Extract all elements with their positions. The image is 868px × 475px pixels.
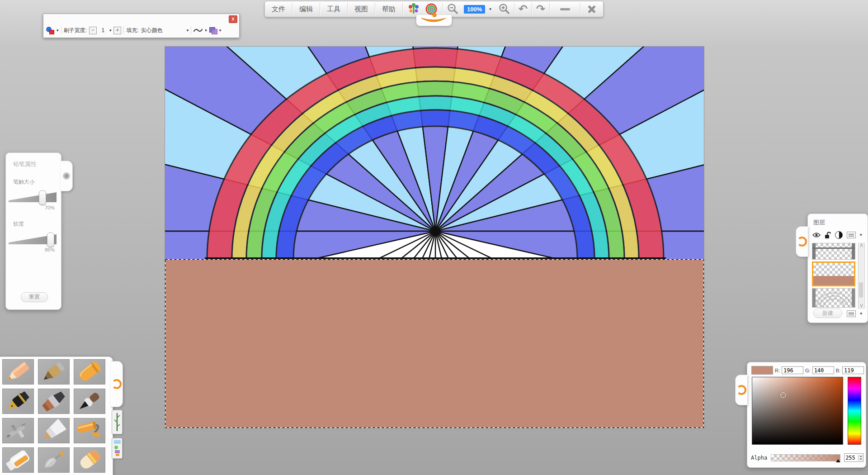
scrollbar-thumb[interactable] <box>859 282 863 298</box>
brush-size-slider[interactable] <box>9 190 58 204</box>
layer-menu-icon[interactable] <box>847 232 856 238</box>
menu-edit[interactable]: 编辑 <box>292 1 320 17</box>
menu-file[interactable]: 文件 <box>265 1 292 17</box>
brush-width-label: 刷子宽度: <box>64 27 87 34</box>
tool-pencil[interactable] <box>2 359 34 385</box>
softness-value: 86% <box>6 247 55 252</box>
arrange-shapes-icon[interactable] <box>209 27 217 34</box>
menu-view[interactable]: 视图 <box>348 1 375 17</box>
alpha-slider[interactable] <box>771 454 840 461</box>
new-layer-menu-icon[interactable] <box>847 310 856 317</box>
saturation-value-picker[interactable] <box>752 377 843 445</box>
stroke-style-caret[interactable]: ▾ <box>205 28 207 33</box>
alpha-increase-icon[interactable]: ▲ <box>859 455 863 458</box>
layer-menu-caret[interactable]: ▾ <box>860 233 862 237</box>
app-root: 文件 编辑 工具 视图 帮助 <box>0 0 868 475</box>
zoom-in-button[interactable] <box>494 1 514 17</box>
alpha-label: Alpha <box>751 455 767 461</box>
layer-opacity-icon[interactable] <box>835 231 843 239</box>
layers-panel: 图层 ▾ ᐱ ᐯ 新建 ▾ <box>807 214 868 323</box>
zoom-out-button[interactable] <box>443 1 462 17</box>
color-picker-panel: R: G: B: Alpha ▲ ▼ <box>747 362 866 468</box>
clown-left-eye-icon[interactable] <box>403 1 425 17</box>
brush-size-value: 70% <box>6 205 55 210</box>
undo-button[interactable]: ↶ <box>514 1 532 17</box>
softness-slider-thumb[interactable] <box>47 233 54 247</box>
texture-thumbnail-icon <box>114 440 121 456</box>
layer-lock-icon[interactable] <box>825 232 831 239</box>
brush-width-increase-button[interactable]: + <box>113 27 121 34</box>
layers-scrollbar[interactable]: ᐱ ᐯ <box>858 243 865 309</box>
tool-wood-pencil[interactable] <box>38 359 70 385</box>
softness-label: 软度 <box>13 220 61 228</box>
sv-picker-marker[interactable] <box>780 392 786 398</box>
g-label: G: <box>805 368 811 373</box>
zoom-level-value[interactable]: 100% <box>462 1 486 17</box>
arrange-shapes-caret[interactable]: ▾ <box>219 28 222 33</box>
pencil-properties-panel: 铅笔属性 笔触大小 70% 软度 86% 重置 <box>5 152 61 310</box>
layer-item-rainbow[interactable] <box>812 288 855 308</box>
brush-size-slider-thumb[interactable] <box>39 190 46 205</box>
layers-panel-title: 图层 <box>813 218 868 227</box>
layer-item-ground[interactable] <box>812 261 855 286</box>
tools-palette <box>0 356 113 475</box>
fill-dropdown-caret[interactable]: ▾ <box>187 28 189 33</box>
brush-options-bar: x ▾ 刷子宽度: − 1 ▾ + 填充: 实心颜色 ▾ ▾ ▾ <box>43 14 240 38</box>
b-label: B: <box>836 368 840 373</box>
tool-eraser[interactable] <box>74 447 105 473</box>
brushbar-close-button[interactable]: x <box>229 15 237 23</box>
fill-mode-value[interactable]: 实心颜色 <box>141 27 184 34</box>
zoom-level-dropdown[interactable]: ▾ <box>486 1 494 17</box>
redo-button[interactable]: ↷ <box>532 1 549 17</box>
r-label: R: <box>775 368 780 373</box>
scroll-up-icon[interactable]: ᐱ <box>860 243 863 248</box>
r-value-input[interactable] <box>782 366 803 374</box>
alpha-slider-marker[interactable] <box>836 459 840 462</box>
brush-width-dropdown-caret[interactable]: ▾ <box>109 28 112 33</box>
tools-palette-handle[interactable] <box>111 361 123 407</box>
close-window-button[interactable] <box>580 1 603 17</box>
scroll-down-icon[interactable]: ᐯ <box>860 304 863 308</box>
minimize-button[interactable] <box>550 1 580 17</box>
hue-slider[interactable] <box>848 377 861 445</box>
bamboo-brush-button[interactable] <box>112 410 123 434</box>
b-value-input[interactable] <box>842 366 864 374</box>
tool-paint-brush[interactable] <box>38 389 70 414</box>
shape-color-icon[interactable] <box>46 27 54 34</box>
layer-item-outline[interactable] <box>812 243 855 260</box>
bamboo-icon <box>114 412 120 432</box>
g-value-input[interactable] <box>812 366 834 374</box>
tool-paint-jar[interactable] <box>2 447 34 473</box>
reset-button[interactable]: 重置 <box>21 292 48 302</box>
tool-crayon[interactable] <box>74 359 105 385</box>
tool-airbrush[interactable] <box>2 418 34 443</box>
new-layer-menu-caret[interactable]: ▾ <box>860 312 862 316</box>
texture-sample-button[interactable] <box>112 438 123 459</box>
new-layer-button[interactable]: 新建 <box>813 309 842 318</box>
menu-help[interactable]: 帮助 <box>375 1 402 17</box>
layers-panel-handle[interactable] <box>796 226 808 257</box>
clown-nose-icon <box>432 13 437 17</box>
tools-grid <box>2 359 105 473</box>
close-icon <box>588 5 596 13</box>
alpha-value-input[interactable] <box>844 455 858 461</box>
tool-paint-cone[interactable] <box>38 418 70 443</box>
layer-visibility-icon[interactable] <box>812 232 821 238</box>
brush-width-decrease-button[interactable]: − <box>89 27 97 34</box>
softness-slider[interactable] <box>9 233 58 246</box>
shape-dropdown-caret[interactable]: ▾ <box>57 28 59 33</box>
pencil-panel-handle[interactable] <box>61 161 73 191</box>
alpha-decrease-icon[interactable]: ▼ <box>859 458 863 461</box>
pencil-panel-title: 铅笔属性 <box>13 160 61 168</box>
tool-fountain-pen[interactable] <box>2 389 34 414</box>
color-panel-handle[interactable] <box>735 375 747 405</box>
clown-smile-icon <box>420 18 447 24</box>
tool-liner-brush[interactable] <box>38 447 70 473</box>
tool-ink-brush[interactable] <box>74 389 105 414</box>
stroke-style-icon[interactable] <box>193 28 203 33</box>
drawing-canvas[interactable] <box>165 46 704 428</box>
tool-paint-roller[interactable] <box>74 418 105 443</box>
menu-tools[interactable]: 工具 <box>320 1 347 17</box>
brush-size-label: 笔触大小 <box>13 178 61 186</box>
layers-list <box>812 243 855 308</box>
